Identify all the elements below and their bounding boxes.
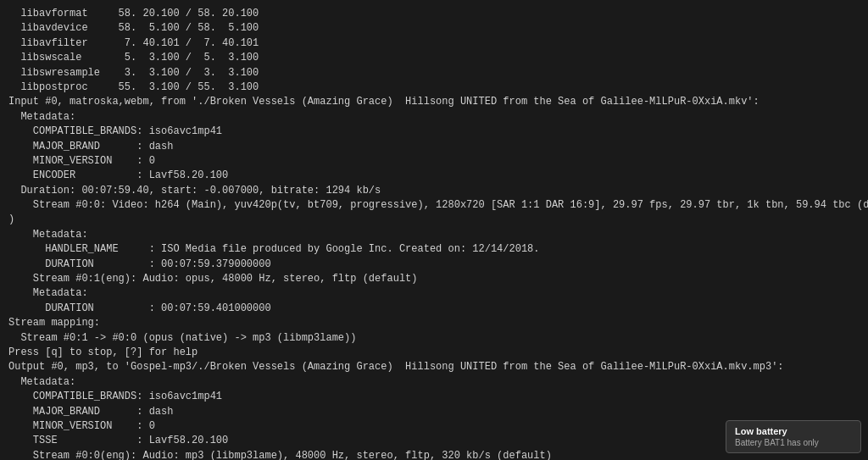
toast-title: Low battery <box>735 426 852 436</box>
terminal-line: MAJOR_BRAND : dash <box>8 140 860 154</box>
terminal-line: Output #0, mp3, to 'Gospel-mp3/./Broken … <box>8 360 860 374</box>
terminal-line: HANDLER_NAME : ISO Media file produced b… <box>8 242 860 257</box>
terminal-line: ENCODER : Lavf58.20.100 <box>8 169 860 183</box>
terminal-line: Metadata: <box>8 375 860 390</box>
terminal-line: Press [q] to stop, [?] for help <box>8 346 860 360</box>
terminal-line: libavdevice 58. 5.100 / 58. 5.100 <box>8 21 860 36</box>
terminal-line: DURATION : 00:07:59.379000000 <box>8 258 860 272</box>
terminal-line: COMPATIBLE_BRANDS: iso6avc1mp41 <box>8 125 860 139</box>
terminal-line: Metadata: <box>8 286 860 301</box>
terminal-line: libavfilter 7. 40.101 / 7. 40.101 <box>8 36 860 51</box>
low-battery-notification: Low battery Battery BAT1 has only <box>726 420 861 453</box>
terminal-output: libavformat 58. 20.100 / 58. 20.100 liba… <box>0 0 868 460</box>
terminal-line: DURATION : 00:07:59.401000000 <box>8 302 860 316</box>
terminal-line: Stream mapping: <box>8 316 860 330</box>
terminal-line: Metadata: <box>8 110 860 125</box>
terminal-line: Input #0, matroska,webm, from './Broken … <box>8 95 860 109</box>
terminal-line: Metadata: <box>8 228 860 242</box>
terminal-line: libavformat 58. 20.100 / 58. 20.100 <box>8 7 860 21</box>
terminal-line: libpostproc 55. 3.100 / 55. 3.100 <box>8 80 860 95</box>
terminal-line: Duration: 00:07:59.40, start: -0.007000,… <box>8 184 860 198</box>
terminal-line: MINOR_VERSION : 0 <box>8 154 860 169</box>
terminal-line: Stream #0:1(eng): Audio: opus, 48000 Hz,… <box>8 272 860 286</box>
terminal-line: libswscale 5. 3.100 / 5. 3.100 <box>8 51 860 65</box>
terminal-line: MAJOR_BRAND : dash <box>8 405 860 419</box>
terminal-line: libswresample 3. 3.100 / 3. 3.100 <box>8 66 860 80</box>
terminal-line: Stream #0:0: Video: h264 (Main), yuv420p… <box>8 198 860 213</box>
terminal-line: COMPATIBLE_BRANDS: iso6avc1mp41 <box>8 390 860 404</box>
terminal-line: ) <box>8 213 860 227</box>
terminal-line: Stream #0:1 -> #0:0 (opus (native) -> mp… <box>8 331 860 346</box>
toast-body: Battery BAT1 has only <box>735 438 852 447</box>
